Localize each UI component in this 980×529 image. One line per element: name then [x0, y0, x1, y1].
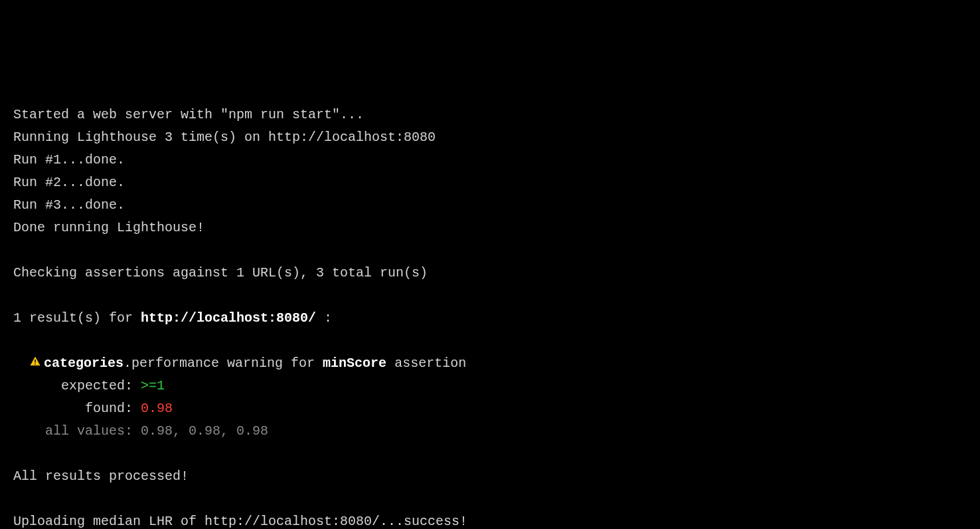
- assertion-all-values-line: all values: 0.98, 0.98, 0.98: [13, 423, 268, 439]
- assertion-category: categories: [44, 356, 123, 371]
- log-line-run3: Run #3...done.: [13, 197, 125, 213]
- log-line-all-processed: All results processed!: [13, 469, 189, 484]
- results-url: http://localhost:8080/: [141, 310, 316, 326]
- log-line-uploading: Uploading median LHR of http://localhost…: [13, 514, 467, 529]
- log-line-results: 1 result(s) for http://localhost:8080/ :: [13, 310, 332, 326]
- assertion-expected-line: expected: >=1: [13, 378, 165, 393]
- all-values-value: 0.98, 0.98, 0.98: [141, 423, 268, 439]
- assertion-warning-line: categories.performance warning for minSc…: [13, 356, 466, 371]
- found-value: 0.98: [141, 401, 173, 416]
- log-line-done-running: Done running Lighthouse!: [13, 220, 204, 235]
- expected-label: expected:: [13, 378, 141, 393]
- found-label: found:: [13, 401, 141, 416]
- results-suffix: :: [316, 310, 332, 326]
- terminal-output: Started a web server with "npm run start…: [13, 104, 967, 529]
- log-line-checking: Checking assertions against 1 URL(s), 3 …: [13, 265, 428, 280]
- assertion-found-line: found: 0.98: [13, 401, 173, 416]
- expected-value: >=1: [141, 378, 165, 393]
- assertion-text-2: assertion: [386, 356, 466, 371]
- log-line-started: Started a web server with "npm run start…: [13, 107, 364, 122]
- log-line-running: Running Lighthouse 3 time(s) on http://l…: [13, 130, 436, 145]
- warn-indent: [13, 356, 29, 371]
- assertion-minscore: minScore: [323, 356, 386, 371]
- all-values-label: all values:: [13, 423, 141, 439]
- svg-rect-1: [35, 364, 36, 365]
- log-line-run1: Run #1...done.: [13, 152, 125, 167]
- svg-rect-0: [35, 360, 36, 363]
- results-prefix: 1 result(s) for: [13, 310, 141, 326]
- log-line-run2: Run #2...done.: [13, 175, 125, 190]
- assertion-text-1: .performance warning for: [123, 356, 323, 371]
- warning-icon: [29, 352, 41, 375]
